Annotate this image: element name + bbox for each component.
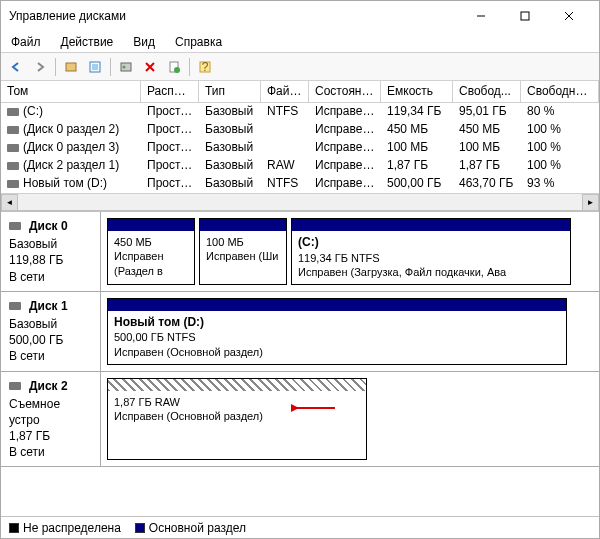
svg-point-7 xyxy=(123,65,126,68)
menubar: Файл Действие Вид Справка xyxy=(1,31,599,53)
volume-icon xyxy=(7,126,19,134)
partition[interactable]: 100 МБИсправен (Ши xyxy=(199,218,287,285)
volume-list: Том Распол... Тип Файл... Состояние Емко… xyxy=(1,81,599,211)
svg-rect-4 xyxy=(66,63,76,71)
hscrollbar[interactable]: ◄ ► xyxy=(1,193,599,210)
partition[interactable]: Новый том (D:)500,00 ГБ NTFSИсправен (Ос… xyxy=(107,298,567,365)
menu-view[interactable]: Вид xyxy=(129,33,159,51)
volume-row[interactable]: (Диск 0 раздел 3)ПростойБазовыйИсправен.… xyxy=(1,139,599,157)
disk-graphical-view: Диск 0Базовый119,88 ГБВ сети450 МБИсправ… xyxy=(1,211,599,516)
refresh-button[interactable] xyxy=(84,56,106,78)
col-volume[interactable]: Том xyxy=(1,81,141,102)
legend-primary: Основной раздел xyxy=(135,521,246,535)
volume-row[interactable]: Новый том (D:)ПростойБазовыйNTFSИсправен… xyxy=(1,175,599,193)
menu-file[interactable]: Файл xyxy=(7,33,45,51)
volume-row[interactable]: (Диск 2 раздел 1)ПростойБазовыйRAWИсправ… xyxy=(1,157,599,175)
disk-icon xyxy=(9,302,21,310)
volume-icon xyxy=(7,180,19,188)
close-button[interactable] xyxy=(547,2,591,30)
menu-help[interactable]: Справка xyxy=(171,33,226,51)
back-button[interactable] xyxy=(5,56,27,78)
partition[interactable]: (C:)119,34 ГБ NTFSИсправен (Загрузка, Фа… xyxy=(291,218,571,285)
col-type[interactable]: Тип xyxy=(199,81,261,102)
col-layout[interactable]: Распол... xyxy=(141,81,199,102)
legend-unallocated: Не распределена xyxy=(9,521,121,535)
disk-row: Диск 1Базовый500,00 ГБВ сетиНовый том (D… xyxy=(1,292,599,372)
col-status[interactable]: Состояние xyxy=(309,81,381,102)
disk-row: Диск 0Базовый119,88 ГБВ сети450 МБИсправ… xyxy=(1,212,599,292)
partition[interactable]: 1,87 ГБ RAWИсправен (Основной раздел) xyxy=(107,378,367,461)
disk-row: Диск 2Съемное устро1,87 ГБВ сети1,87 ГБ … xyxy=(1,372,599,468)
properties-icon[interactable] xyxy=(163,56,185,78)
disk-info[interactable]: Диск 2Съемное устро1,87 ГБВ сети xyxy=(1,372,101,467)
volume-row[interactable]: (C:)ПростойБазовыйNTFSИсправен...119,34 … xyxy=(1,103,599,121)
svg-text:?: ? xyxy=(202,60,209,74)
svg-rect-1 xyxy=(521,12,529,20)
volume-icon xyxy=(7,108,19,116)
disk-icon xyxy=(9,222,21,230)
scroll-left-icon[interactable]: ◄ xyxy=(1,194,18,211)
disk-info[interactable]: Диск 0Базовый119,88 ГБВ сети xyxy=(1,212,101,291)
partition[interactable]: 450 МБИсправен (Раздел в xyxy=(107,218,195,285)
help-icon[interactable]: ? xyxy=(194,56,216,78)
menu-action[interactable]: Действие xyxy=(57,33,118,51)
toolbar-icon-1[interactable] xyxy=(60,56,82,78)
legend: Не распределена Основной раздел xyxy=(1,516,599,538)
volume-row[interactable]: (Диск 0 раздел 2)ПростойБазовыйИсправен.… xyxy=(1,121,599,139)
col-free[interactable]: Свобод... xyxy=(453,81,521,102)
disk-info[interactable]: Диск 1Базовый500,00 ГБВ сети xyxy=(1,292,101,371)
disk-icon xyxy=(9,382,21,390)
scroll-right-icon[interactable]: ► xyxy=(582,194,599,211)
window-title: Управление дисками xyxy=(9,9,459,23)
col-fs[interactable]: Файл... xyxy=(261,81,309,102)
maximize-button[interactable] xyxy=(503,2,547,30)
annotation-arrow-icon xyxy=(291,400,339,419)
delete-icon[interactable] xyxy=(139,56,161,78)
svg-point-9 xyxy=(174,67,180,73)
window-titlebar: Управление дисками xyxy=(1,1,599,31)
volume-header-row: Том Распол... Тип Файл... Состояние Емко… xyxy=(1,81,599,103)
toolbar: ? xyxy=(1,53,599,81)
volume-icon xyxy=(7,144,19,152)
volume-icon xyxy=(7,162,19,170)
toolbar-icon-2[interactable] xyxy=(115,56,137,78)
col-capacity[interactable]: Емкость xyxy=(381,81,453,102)
forward-button[interactable] xyxy=(29,56,51,78)
minimize-button[interactable] xyxy=(459,2,503,30)
col-pct[interactable]: Свободно % xyxy=(521,81,599,102)
